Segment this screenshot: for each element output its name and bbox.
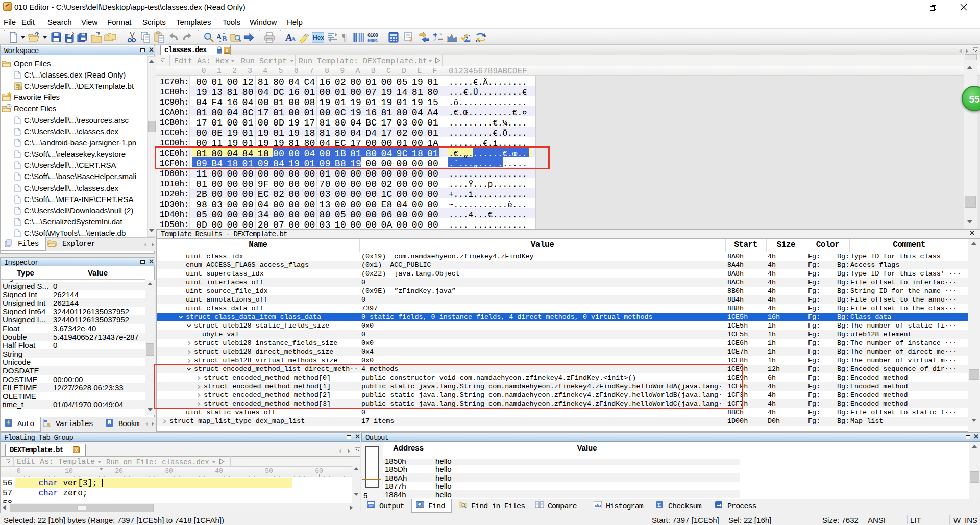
svg-text:0100: 0100 <box>368 33 378 38</box>
svg-text:A: A <box>216 33 222 41</box>
svg-text:A: A <box>291 35 296 43</box>
svg-text:16: 16 <box>475 39 480 43</box>
svg-text:?: ? <box>409 36 413 43</box>
svg-text:Σ: Σ <box>657 502 661 508</box>
svg-text:¶: ¶ <box>342 32 347 43</box>
svg-text:0001: 0001 <box>368 38 378 43</box>
svg-text:10: 10 <box>482 34 486 38</box>
svg-text:B: B <box>222 35 227 43</box>
svg-text:Hex: Hex <box>313 34 324 41</box>
